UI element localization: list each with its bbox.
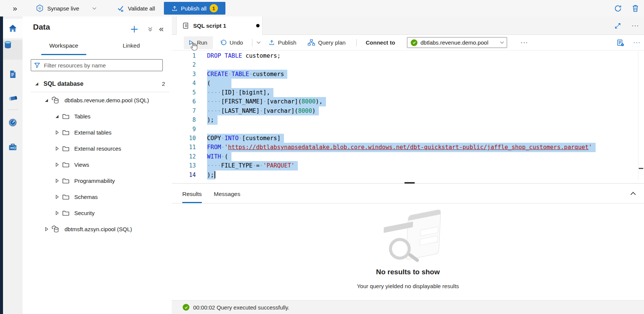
chevron-down-icon[interactable] bbox=[93, 6, 96, 9]
code-line[interactable]: 7····[LAST_NAME]·[varchar](8000) bbox=[172, 106, 644, 115]
line-number: 14 bbox=[172, 170, 196, 179]
undo-button[interactable]: Undo bbox=[220, 35, 243, 50]
unsaved-changes-dot bbox=[256, 24, 260, 27]
code-line[interactable]: 3CREATE·TABLE·customers bbox=[172, 70, 644, 79]
tree-item-views[interactable]: Views bbox=[23, 157, 172, 173]
tab-messages[interactable]: Messages bbox=[214, 187, 240, 203]
code-line[interactable]: 1DROP TABLE customers; bbox=[172, 51, 644, 60]
collapse-panel-icon[interactable]: « bbox=[156, 24, 167, 34]
upload-icon bbox=[171, 5, 178, 12]
tab-more-actions[interactable]: ··· bbox=[632, 16, 639, 35]
validate-all-button[interactable]: Validate all bbox=[117, 0, 155, 16]
line-number: 10 bbox=[172, 134, 196, 143]
code-line[interactable]: 4( bbox=[172, 79, 644, 88]
code-line[interactable]: 10COPY·INTO·[customers] bbox=[172, 134, 644, 143]
collapse-results-chevron[interactable] bbox=[629, 189, 638, 198]
home-icon[interactable] bbox=[3, 19, 23, 38]
tab-title: SQL script 1 bbox=[193, 22, 226, 29]
code-line[interactable]: 13····FILE_TYPE·=·'PARQUET' bbox=[172, 161, 644, 170]
code-line[interactable]: 14); bbox=[172, 170, 644, 179]
integrate-icon[interactable] bbox=[3, 88, 23, 108]
tab-sql-script-1[interactable]: SQL script 1 bbox=[176, 16, 263, 35]
toolbar-separator bbox=[356, 39, 357, 46]
tree-item-external-tables[interactable]: External tables bbox=[23, 124, 172, 141]
data-icon[interactable] bbox=[3, 40, 23, 60]
tree-item-dbtlabs-revenue-demo-pool-sql[interactable]: dbtlabs.revenue.demo.pool (SQL) bbox=[23, 92, 172, 108]
filter-resources-input[interactable] bbox=[43, 62, 159, 69]
twisty-collapsed-icon[interactable] bbox=[44, 227, 49, 231]
tree-item-tables[interactable]: Tables bbox=[23, 108, 172, 124]
editor-more-actions[interactable]: ··· bbox=[633, 35, 641, 50]
folder-icon bbox=[62, 146, 69, 152]
tree-item-security[interactable]: Security bbox=[23, 205, 172, 221]
line-number: 9 bbox=[172, 125, 196, 134]
tree-item-label: External tables bbox=[74, 129, 111, 136]
tree-item-label: SQL database bbox=[44, 81, 83, 87]
code-line[interactable]: 8); bbox=[172, 115, 644, 124]
code-line[interactable]: 2 bbox=[172, 60, 644, 69]
refresh-button[interactable] bbox=[614, 0, 622, 16]
left-nav-rail bbox=[3, 16, 23, 314]
empty-results-subtitle: Your query yielded no displayable result… bbox=[172, 283, 644, 289]
code-line[interactable]: 12WITH·( bbox=[172, 152, 644, 161]
discard-trash-button[interactable] bbox=[632, 0, 639, 16]
twisty-collapsed-icon[interactable] bbox=[55, 179, 59, 183]
tree-item-count: 2 bbox=[162, 81, 165, 87]
tree-item-label: Tables bbox=[74, 113, 90, 120]
twisty-collapsed-icon[interactable] bbox=[55, 211, 59, 215]
code-line[interactable]: 6····[FIRST_NAME]·[varchar](8000), bbox=[172, 97, 644, 106]
query-plan-button[interactable]: Query plan bbox=[308, 35, 345, 50]
tree-item-programmability[interactable]: Programmability bbox=[23, 173, 172, 189]
tree-item-label: Views bbox=[74, 161, 89, 168]
tree-item-schemas[interactable]: Schemas bbox=[23, 189, 172, 205]
twisty-expanded-icon[interactable] bbox=[55, 115, 59, 118]
database-icon bbox=[51, 96, 60, 104]
manage-icon[interactable] bbox=[3, 137, 23, 157]
run-options-chevron[interactable] bbox=[257, 35, 260, 50]
synapse-live-selector[interactable]: Synapse live bbox=[36, 0, 96, 16]
twisty-collapsed-icon[interactable] bbox=[55, 130, 59, 135]
add-resource-icon[interactable] bbox=[129, 24, 140, 34]
toolbar-more-actions[interactable]: ··· bbox=[521, 35, 528, 50]
properties-icon[interactable] bbox=[617, 35, 624, 50]
expand-all-icon[interactable] bbox=[145, 24, 155, 34]
collapse-menu-chevrons[interactable]: » bbox=[13, 0, 17, 16]
twisty-collapsed-icon[interactable] bbox=[55, 147, 59, 151]
tab-workspace[interactable]: Workspace bbox=[41, 39, 86, 55]
folder-icon bbox=[62, 130, 69, 136]
pool-select-dropdown[interactable]: dbtlabs.revenue.demo.pool bbox=[407, 37, 507, 48]
line-number: 12 bbox=[172, 152, 196, 161]
status-message: 00:00:02 Query executed successfully. bbox=[193, 304, 290, 311]
database-icon bbox=[51, 225, 60, 233]
filter-box bbox=[31, 59, 163, 71]
twisty-collapsed-icon[interactable] bbox=[55, 195, 59, 199]
line-number: 5 bbox=[172, 88, 196, 97]
toolbar-separator bbox=[252, 39, 252, 46]
tree-item-external-resources[interactable]: External resources bbox=[23, 141, 172, 157]
tree-item-dbtmsft-azsyn-cipool-sql[interactable]: dbtmsft.azsyn.cipool (SQL) bbox=[23, 221, 172, 237]
develop-icon[interactable] bbox=[3, 64, 23, 84]
sql-code-editor[interactable]: 1DROP TABLE customers;23CREATE·TABLE·cus… bbox=[172, 51, 644, 180]
tree-item-sql-database[interactable]: SQL database2 bbox=[23, 76, 172, 92]
tab-linked[interactable]: Linked bbox=[109, 39, 154, 55]
overview-ruler-cursor-mark bbox=[639, 168, 643, 169]
expand-editor-icon[interactable] bbox=[614, 16, 621, 35]
tree-item-label: dbtmsft.azsyn.cipool (SQL) bbox=[65, 226, 132, 232]
publish-all-button[interactable]: Publish all 1 bbox=[164, 2, 225, 15]
line-number: 2 bbox=[172, 60, 196, 69]
monitor-icon[interactable] bbox=[3, 113, 23, 132]
twisty-expanded-icon[interactable] bbox=[35, 82, 39, 86]
publish-button[interactable]: Publish bbox=[269, 35, 296, 50]
twisty-collapsed-icon[interactable] bbox=[55, 163, 59, 167]
data-explorer-panel: Data « Workspace Linked SQL database2dbt… bbox=[23, 16, 172, 314]
chevron-down-icon bbox=[500, 40, 504, 44]
code-line[interactable]: 5····[ID]·[bigint], bbox=[172, 88, 644, 97]
code-line[interactable]: 11FROM·'https://dbtlabsynapsedatalake.bl… bbox=[172, 143, 644, 152]
code-line[interactable]: 9 bbox=[172, 125, 644, 134]
tab-results[interactable]: Results bbox=[182, 187, 202, 203]
pool-online-icon bbox=[411, 39, 417, 46]
line-number: 13 bbox=[172, 161, 196, 170]
twisty-expanded-icon[interactable] bbox=[44, 99, 49, 102]
text-cursor bbox=[215, 171, 215, 178]
synapse-studio-window: » Synapse live Validate all Publish all … bbox=[0, 0, 644, 314]
